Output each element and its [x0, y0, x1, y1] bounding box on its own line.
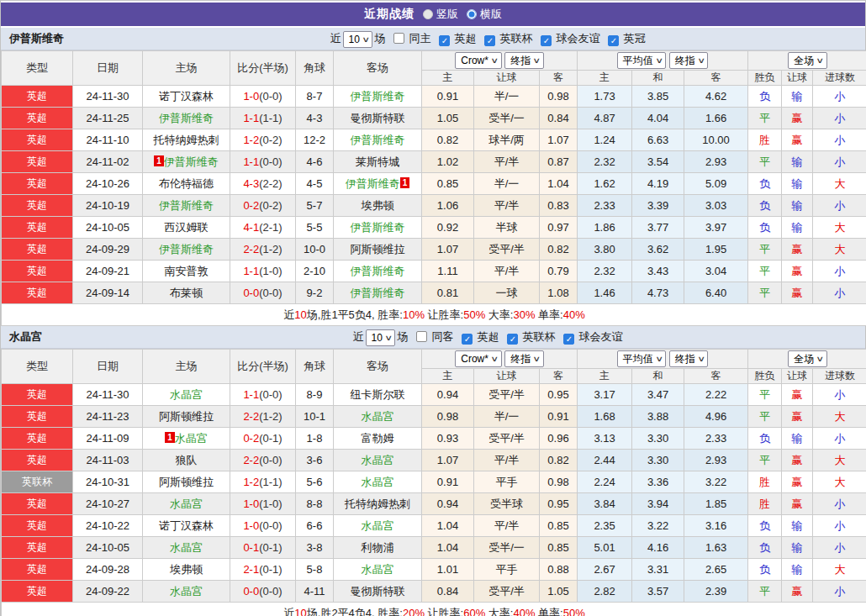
layout-radio-vertical[interactable]: 竖版 — [423, 7, 458, 22]
avg-draw: 3.47 — [632, 384, 684, 406]
match-row: 英超24-11-091水晶宫0-2(0-1)1-8富勒姆0.93受平/半0.96… — [2, 428, 866, 450]
avg-home: 3.17 — [578, 384, 632, 406]
result-handicap: 赢 — [782, 471, 813, 493]
match-row: 英超24-11-021伊普斯维奇1-1(0-0)4-6莱斯特城1.02平/半0.… — [2, 151, 866, 173]
odds-stage-select[interactable]: 终指∨ — [504, 350, 544, 367]
league-checkbox[interactable]: ✓ — [439, 35, 450, 46]
score-cell: 1-0(0-0) — [230, 515, 296, 537]
radio-unchecked-icon[interactable] — [423, 9, 433, 19]
chevron-down-icon: ∨ — [816, 56, 825, 65]
match-date: 24-10-31 — [73, 471, 143, 493]
score-cell: 2-2(0-0) — [230, 450, 296, 471]
halftime-score: (0-0) — [259, 519, 282, 532]
scope-select[interactable]: 全场∨ — [788, 350, 827, 367]
corner-score: 5-8 — [296, 559, 334, 581]
recent-count-select-value: 10 — [349, 29, 360, 50]
result-goals: 小 — [813, 195, 866, 217]
bookmaker-select[interactable]: Crow*∨ — [455, 350, 501, 367]
odds-away: 0.79 — [540, 261, 578, 282]
fulltime-score: 0-0 — [243, 585, 259, 598]
fulltime-score: 2-1 — [243, 563, 259, 576]
home-team-cell: 1伊普斯维奇 — [143, 151, 230, 173]
odds-home: 0.94 — [422, 384, 474, 406]
chevron-down-icon: ∨ — [490, 56, 499, 65]
corner-score: 6-6 — [296, 515, 334, 537]
same-venue-checkbox[interactable] — [416, 331, 427, 342]
avg-away: 3.22 — [684, 471, 748, 493]
result-handicap: 赢 — [782, 450, 813, 471]
team-label: 狼队 — [176, 454, 198, 466]
avg-away: 1.95 — [684, 239, 748, 261]
average-stage-select[interactable]: 终指∨ — [669, 350, 709, 367]
sub-col-goals-result: 进球数 — [813, 369, 866, 384]
league-checkbox[interactable]: ✓ — [541, 35, 552, 46]
match-type-badge: 英超 — [2, 86, 73, 108]
result-handicap: 输 — [782, 217, 813, 239]
col-away: 客场 — [334, 51, 422, 86]
radio-checked-icon[interactable] — [467, 9, 477, 19]
team-label: 伊普斯维奇 — [164, 155, 219, 168]
layout-radio-horizontal[interactable]: 横版 — [467, 7, 502, 22]
sub-col-avg-draw: 和 — [632, 369, 684, 384]
avg-home: 2.82 — [578, 581, 632, 603]
team-label: 阿斯顿维拉 — [159, 476, 214, 488]
home-team-cell: 1水晶宫 — [143, 428, 230, 450]
fulltime-score: 1-1 — [243, 265, 259, 277]
avg-home: 2.35 — [578, 515, 632, 537]
sub-col-odds-away: 客 — [540, 71, 578, 86]
odds-home: 1.04 — [422, 537, 474, 559]
recent-count-select-value: 10 — [372, 327, 383, 349]
halftime-score: (0-2) — [259, 134, 282, 146]
odds-away: 0.84 — [540, 108, 578, 129]
home-team-cell: 南安普敦 — [143, 261, 230, 282]
average-stage-select[interactable]: 终指∨ — [669, 52, 709, 69]
away-team-cell: 水晶宫 — [334, 450, 422, 471]
odds-stage-select[interactable]: 终指∨ — [504, 52, 544, 69]
recent-count-select[interactable]: 10∨ — [343, 31, 373, 48]
summary-value: 50% — [563, 607, 585, 616]
avg-away: 1.63 — [684, 537, 748, 559]
team-label: 阿斯顿维拉 — [159, 410, 214, 423]
league-checkbox[interactable]: ✓ — [608, 35, 619, 46]
team-label: 南安普敦 — [165, 265, 209, 277]
result-outcome: 负 — [748, 86, 782, 108]
league-checkbox[interactable]: ✓ — [462, 334, 473, 345]
scope-select[interactable]: 全场∨ — [788, 52, 827, 69]
fulltime-score: 1-2 — [243, 476, 259, 488]
red-card-badge: 1 — [165, 432, 175, 443]
recent-count-select[interactable]: 10∨ — [366, 329, 396, 346]
score-cell: 2-1(0-1) — [230, 559, 296, 581]
team-label: 水晶宫 — [170, 498, 203, 510]
match-row: 英超24-09-28埃弗顿2-1(0-1)5-8水晶宫1.01平手0.882.6… — [2, 559, 866, 581]
average-select[interactable]: 平均值∨ — [617, 52, 667, 69]
match-row: 英超24-10-27水晶宫1-0(1-0)8-8托特纳姆热刺0.94受半球0.9… — [2, 493, 866, 515]
same-venue-checkbox[interactable] — [393, 33, 404, 44]
result-outcome: 负 — [748, 428, 782, 450]
col-score: 比分(半场) — [230, 350, 296, 384]
home-team-cell: 埃弗顿 — [143, 559, 230, 581]
result-goals: 小 — [813, 537, 866, 559]
sub-col-result: 胜负 — [748, 71, 782, 86]
corner-score: 8-9 — [296, 384, 334, 406]
league-checkbox[interactable]: ✓ — [563, 334, 574, 345]
league-checkbox[interactable]: ✓ — [484, 35, 495, 46]
match-row: 英超24-09-22水晶宫0-0(0-0)4-11曼彻斯特联0.84受平/半1.… — [2, 581, 866, 603]
average-select[interactable]: 平均值∨ — [617, 350, 667, 367]
league-checkbox[interactable]: ✓ — [507, 334, 518, 345]
avg-home: 2.32 — [578, 151, 632, 173]
result-outcome: 胜 — [748, 471, 782, 493]
bookmaker-select[interactable]: Crow*∨ — [455, 52, 501, 69]
odds-away: 0.98 — [540, 471, 578, 493]
avg-draw: 3.30 — [632, 428, 684, 450]
match-type-badge: 英超 — [2, 195, 73, 217]
odds-away: 0.91 — [540, 406, 578, 428]
odds-away: 1.05 — [540, 581, 578, 603]
match-row: 英联杯24-10-31阿斯顿维拉1-2(1-1)5-6水晶宫0.91平手0.98… — [2, 471, 866, 493]
avg-away: 3.04 — [684, 261, 748, 282]
home-team-cell: 阿斯顿维拉 — [143, 471, 230, 493]
match-row: 英超24-10-05西汉姆联4-1(2-1)5-5伊普斯维奇0.92半球0.97… — [2, 217, 866, 239]
corner-score: 4-3 — [296, 108, 334, 129]
odds-handicap: 受平/半 — [474, 581, 540, 603]
away-team-cell: 伊普斯维奇 — [334, 217, 422, 239]
col-corner: 角球 — [296, 51, 334, 86]
